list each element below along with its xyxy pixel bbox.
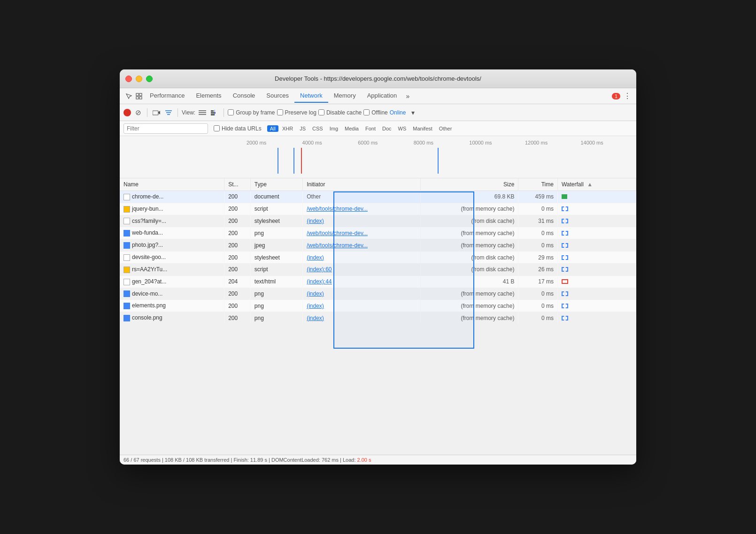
filter-tag-img[interactable]: Img bbox=[327, 125, 341, 132]
svg-rect-3 bbox=[139, 97, 142, 99]
traffic-lights bbox=[125, 76, 153, 82]
tab-elements[interactable]: Elements bbox=[190, 89, 227, 103]
preserve-log-label[interactable]: Preserve log bbox=[277, 109, 316, 116]
tab-performance[interactable]: Performance bbox=[144, 89, 190, 103]
timeline-blue-bar-2 bbox=[293, 148, 294, 174]
timeline-blue-bar-1 bbox=[278, 148, 278, 174]
table-row[interactable]: web-funda...200png/web/tools/chrome-dev.… bbox=[120, 227, 636, 239]
filter-input[interactable] bbox=[123, 123, 208, 134]
status-bar: 66 / 67 requests | 108 KB / 108 KB trans… bbox=[120, 455, 636, 465]
offline-checkbox[interactable] bbox=[363, 109, 370, 115]
throttle-dropdown[interactable]: ▾ bbox=[408, 107, 418, 118]
cell-type: png bbox=[250, 288, 302, 300]
table-row[interactable]: jquery-bun...200script/web/tools/chrome-… bbox=[120, 203, 636, 215]
disable-cache-label[interactable]: Disable cache bbox=[318, 109, 362, 116]
tab-console[interactable]: Console bbox=[227, 89, 261, 103]
cell-time: 29 ms bbox=[518, 252, 558, 264]
cell-initiator[interactable]: (index) bbox=[303, 215, 421, 227]
minimize-button[interactable] bbox=[136, 76, 142, 82]
table-row[interactable]: chrome-de...200documentOther69.8 KB459 m… bbox=[120, 191, 636, 203]
timeline-ruler: 2000 ms 4000 ms 6000 ms 8000 ms 10000 ms… bbox=[247, 140, 636, 145]
record-button[interactable] bbox=[123, 109, 131, 116]
cell-status: 200 bbox=[224, 263, 251, 275]
offline-label[interactable]: Offline bbox=[363, 109, 387, 116]
maximize-button[interactable] bbox=[146, 76, 153, 82]
col-time[interactable]: Time bbox=[518, 178, 558, 191]
more-tabs-button[interactable]: » bbox=[402, 91, 413, 101]
cell-type: stylesheet bbox=[250, 215, 302, 227]
cell-initiator[interactable]: (index):60 bbox=[303, 263, 421, 275]
filter-tag-doc[interactable]: Doc bbox=[379, 125, 394, 132]
filter-tag-other[interactable]: Other bbox=[436, 125, 455, 132]
filter-icon-button[interactable] bbox=[163, 107, 174, 118]
cell-initiator[interactable]: /web/tools/chrome-dev... bbox=[303, 203, 421, 215]
more-options-button[interactable]: ⋮ bbox=[622, 91, 633, 101]
cell-time: 31 ms bbox=[518, 215, 558, 227]
table-row[interactable]: device-mo...200png(index)(from memory ca… bbox=[120, 288, 636, 300]
table-row[interactable]: console.png200png(index)(from memory cac… bbox=[120, 312, 636, 324]
filter-tag-xhr[interactable]: XHR bbox=[279, 125, 296, 132]
col-status[interactable]: St... bbox=[224, 178, 251, 191]
waterfall-view-button[interactable] bbox=[209, 107, 220, 118]
table-row[interactable]: devsite-goo...200stylesheet(index)(from … bbox=[120, 252, 636, 264]
cell-waterfall bbox=[557, 191, 636, 203]
hide-data-urls-label[interactable]: Hide data URLs bbox=[214, 125, 262, 132]
status-main: 66 / 67 requests | 108 KB / 108 KB trans… bbox=[123, 457, 267, 463]
list-view-button[interactable] bbox=[197, 107, 208, 118]
filter-tag-manifest[interactable]: Manifest bbox=[410, 125, 435, 132]
tab-network[interactable]: Network bbox=[294, 89, 328, 103]
table-row[interactable]: rs=AA2YrTu...200script(index):60(from di… bbox=[120, 263, 636, 275]
preserve-log-checkbox[interactable] bbox=[277, 109, 283, 115]
col-name[interactable]: Name bbox=[120, 178, 224, 191]
table-row[interactable]: photo.jpg?...200jpeg/web/tools/chrome-de… bbox=[120, 239, 636, 252]
filter-tag-js[interactable]: JS bbox=[297, 125, 309, 132]
filter-tag-css[interactable]: CSS bbox=[309, 125, 326, 132]
file-icon bbox=[123, 218, 130, 224]
col-initiator[interactable]: Initiator bbox=[303, 178, 421, 191]
cell-size: 41 B bbox=[420, 275, 518, 288]
cell-initiator[interactable]: (index) bbox=[303, 288, 421, 300]
filter-tag-all[interactable]: All bbox=[267, 125, 278, 132]
cell-initiator[interactable]: (index) bbox=[303, 300, 421, 312]
cell-initiator[interactable]: /web/tools/chrome-dev... bbox=[303, 227, 421, 239]
hide-data-urls-checkbox[interactable] bbox=[214, 125, 220, 131]
tab-memory[interactable]: Memory bbox=[328, 89, 362, 103]
cell-type: document bbox=[250, 191, 302, 203]
clear-button[interactable]: ⊘ bbox=[133, 107, 143, 118]
cell-status: 200 bbox=[224, 252, 251, 264]
table-row[interactable]: elements.png200png(index)(from memory ca… bbox=[120, 300, 636, 312]
cell-initiator[interactable]: (index) bbox=[303, 252, 421, 264]
cell-initiator[interactable]: /web/tools/chrome-dev... bbox=[303, 239, 421, 252]
cell-waterfall bbox=[557, 275, 636, 288]
filter-tag-font[interactable]: Font bbox=[363, 125, 378, 132]
disable-cache-checkbox[interactable] bbox=[318, 109, 324, 115]
timeline-mark-12000: 12000 ms bbox=[525, 140, 581, 145]
filter-tag-media[interactable]: Media bbox=[342, 125, 362, 132]
group-by-frame-label[interactable]: Group by frame bbox=[228, 109, 275, 116]
col-type[interactable]: Type bbox=[250, 178, 302, 191]
filter-tag-ws[interactable]: WS bbox=[395, 125, 409, 132]
timeline-mark-10000: 10000 ms bbox=[469, 140, 525, 145]
cell-initiator[interactable]: (index):44 bbox=[303, 275, 421, 288]
table-row[interactable]: css?family=...200stylesheet(index)(from … bbox=[120, 215, 636, 227]
camera-button[interactable] bbox=[151, 107, 162, 118]
cell-initiator[interactable]: (index) bbox=[303, 312, 421, 324]
cell-status: 200 bbox=[224, 191, 251, 203]
tab-application[interactable]: Application bbox=[362, 89, 403, 103]
inspect-button[interactable] bbox=[134, 91, 144, 101]
cell-size: (from memory cache) bbox=[420, 239, 518, 252]
table-row[interactable]: gen_204?at...204text/html(index):4441 B1… bbox=[120, 275, 636, 288]
cursor-tool-button[interactable] bbox=[123, 91, 134, 101]
svg-rect-0 bbox=[136, 93, 139, 96]
cell-waterfall bbox=[557, 203, 636, 215]
group-by-frame-checkbox[interactable] bbox=[228, 109, 234, 115]
status-dom: DOMContentLoaded: 762 ms | Load: bbox=[271, 457, 357, 463]
file-icon bbox=[123, 206, 130, 213]
col-size[interactable]: Size bbox=[420, 178, 518, 191]
close-button[interactable] bbox=[125, 76, 132, 82]
cell-status: 200 bbox=[224, 227, 251, 239]
col-waterfall[interactable]: Waterfall ▲ bbox=[557, 178, 636, 191]
tab-sources[interactable]: Sources bbox=[261, 89, 294, 103]
cell-type: stylesheet bbox=[250, 252, 302, 264]
cell-name: devsite-goo... bbox=[120, 252, 224, 264]
